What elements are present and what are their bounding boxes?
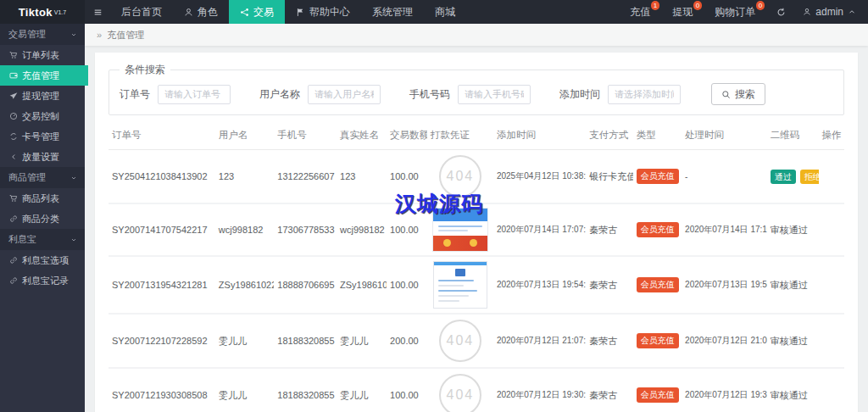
sidebar-item-1-0[interactable]: 商品列表: [0, 188, 85, 209]
column-header-7: 支付方式: [586, 125, 633, 150]
cell-pay-method: 秦荣古: [586, 368, 633, 412]
topnav-item-0[interactable]: 后台首页: [110, 0, 173, 24]
cell-order-no: SY2007141707542217: [108, 203, 215, 256]
topnav-item-3[interactable]: 帮助中心: [285, 0, 361, 24]
sidebar-item-2-0[interactable]: 利息宝选项: [0, 250, 85, 270]
cell-added-time: 2020年07月14日 17:07:54: [493, 203, 586, 256]
cell-type: 会员充值: [633, 150, 682, 204]
topnav-quick-label: 购物订单: [715, 5, 755, 19]
cell-status: 审核通过: [767, 256, 819, 314]
sidebar-item-label: 商品列表: [22, 192, 59, 205]
cell-processed-time: -: [682, 150, 767, 204]
sidebar-item-2-1[interactable]: 利息宝记录: [0, 270, 85, 291]
sidebar-group-2[interactable]: 利息宝: [0, 229, 85, 250]
column-header-8: 类型: [633, 125, 682, 150]
cell-added-time: 2020年07月12日 19:30:30: [493, 368, 586, 412]
topnav-item-4[interactable]: 系统管理: [361, 0, 424, 24]
user-icon: [184, 8, 193, 17]
column-header-3: 真实姓名: [337, 125, 387, 150]
sidebar-item-label: 放量设置: [22, 151, 59, 164]
column-header-6: 添加时间: [493, 125, 586, 150]
cell-username: 雯儿儿: [215, 368, 274, 412]
wallet-icon: [9, 71, 18, 80]
cell-op: [819, 368, 844, 412]
cell-added-time: 2020年07月12日 21:07:22: [493, 314, 586, 368]
link-icon: [9, 214, 18, 223]
sidebar-group-1[interactable]: 商品管理: [0, 167, 85, 188]
cell-added-time: 2025年04月12日 10:38:41: [493, 150, 586, 204]
search-panel: 条件搜索 订单号用户名称手机号码添加时间搜索: [108, 63, 844, 115]
cell-voucher: 404: [427, 368, 493, 412]
sidebar-item-label: 利息宝记录: [22, 275, 69, 287]
app-logo: TiktokV1.7: [0, 0, 85, 24]
cell-real-name: wcj998182: [337, 203, 387, 256]
table-row: SY250412103841390212313122256607123100.0…: [108, 150, 844, 204]
search-field-label: 手机号码: [409, 87, 450, 102]
topnav-quick-0[interactable]: 充值1: [619, 0, 661, 24]
main-area: »充值管理 条件搜索 订单号用户名称手机号码添加时间搜索 订单号用户名手机号真实…: [85, 24, 868, 412]
approve-button[interactable]: 通过: [771, 170, 796, 184]
cell-status: 审核通过: [767, 368, 819, 412]
table-body: SY250412103841390212313122256607123100.0…: [108, 150, 844, 412]
topnav-item-1[interactable]: 角色: [173, 0, 229, 24]
cell-username: ZSy19861022: [215, 256, 274, 314]
cell-amount: 100.00: [387, 368, 427, 412]
topnav-item-label: 后台首页: [121, 5, 162, 19]
notification-badge: 0: [693, 1, 702, 10]
column-header-1: 用户名: [215, 125, 274, 150]
cell-voucher: [427, 256, 493, 314]
sidebar-group-0[interactable]: 交易管理: [0, 24, 85, 45]
status-text: 审核通过: [771, 225, 808, 235]
refresh-button[interactable]: [766, 0, 796, 24]
topnav-quick-2[interactable]: 购物订单0: [704, 0, 766, 24]
sidebar-item-1-1[interactable]: 商品分类: [0, 209, 85, 229]
cell-phone: 18188320855: [274, 368, 337, 412]
broken-image-label: 404: [447, 169, 475, 184]
payment-voucher-thumbnail[interactable]: [433, 261, 487, 309]
sidebar-item-0-2[interactable]: 提现管理: [0, 86, 85, 106]
breadcrumb: »充值管理: [85, 24, 868, 46]
search-input-3[interactable]: [608, 85, 681, 104]
search-button[interactable]: 搜索: [711, 83, 765, 105]
search-field-3: 添加时间: [559, 85, 681, 104]
search-input-2[interactable]: [458, 85, 531, 104]
broken-image-placeholder: 404: [439, 155, 481, 198]
user-avatar-icon: [803, 8, 811, 16]
cell-added-time: 2020年07月13日 19:54:32: [493, 256, 586, 314]
sidebar-item-0-0[interactable]: 订单列表: [0, 45, 85, 65]
sidebar-item-label: 卡号管理: [22, 131, 59, 143]
cell-processed-time: 2020年07月12日 19:32:00: [682, 368, 767, 412]
column-header-9: 处理时间: [682, 125, 767, 150]
sidebar: 交易管理订单列表充值管理提现管理交易控制卡号管理放量设置商品管理商品列表商品分类…: [0, 24, 85, 412]
search-input-1[interactable]: [308, 85, 381, 104]
sidebar-item-0-1[interactable]: 充值管理: [0, 65, 88, 86]
column-header-0: 订单号: [108, 125, 215, 150]
sidebar-item-0-4[interactable]: 卡号管理: [0, 126, 85, 147]
type-badge: 会员充值: [637, 333, 679, 348]
cell-op: [819, 203, 844, 256]
sidebar-item-0-3[interactable]: 交易控制: [0, 106, 85, 126]
search-field-label: 添加时间: [559, 87, 600, 102]
user-menu[interactable]: admin: [796, 0, 868, 24]
column-header-4: 交易数额: [387, 125, 427, 150]
hamburger-icon: [93, 8, 103, 17]
cell-real-name: 雯儿儿: [337, 368, 387, 412]
sidebar-toggle-button[interactable]: [85, 0, 110, 24]
cell-order-no: SY2504121038413902: [108, 150, 215, 204]
chevron-down-icon: [70, 175, 77, 181]
recharge-table: 订单号用户名手机号真实姓名交易数额打款凭证添加时间支付方式类型处理时间二维码操作…: [108, 125, 844, 412]
search-input-0[interactable]: [158, 85, 231, 104]
payment-voucher-thumbnail[interactable]: [433, 209, 487, 251]
topnav-item-2[interactable]: 交易: [229, 0, 285, 24]
sidebar-item-0-5[interactable]: 放量设置: [0, 147, 85, 167]
reject-button[interactable]: 拒绝: [800, 170, 819, 184]
cell-phone: 13122256607: [274, 150, 337, 204]
table-row: SY2007131954321281ZSy1986102218888706695…: [108, 256, 844, 314]
topnav-quick-label: 提现: [672, 5, 693, 19]
cell-status: 通过拒绝: [767, 150, 819, 204]
topnav-item-5[interactable]: 商城: [424, 0, 466, 24]
column-header-5: 打款凭证: [427, 125, 493, 150]
cart-icon: [9, 51, 18, 59]
topnav-quick-1[interactable]: 提现0: [661, 0, 704, 24]
status-text: 审核通过: [771, 390, 808, 400]
